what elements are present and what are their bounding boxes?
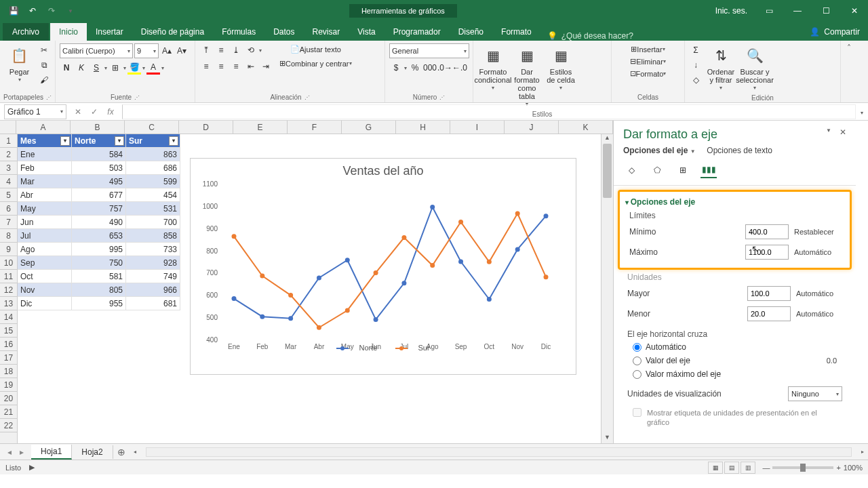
cut-icon[interactable]: ✂ [37,43,51,57]
column-header[interactable]: J [505,121,559,134]
fill-color-icon[interactable]: 🪣 [127,61,141,75]
table-cell[interactable]: Mar [18,175,72,188]
tab-datos[interactable]: Datos [264,23,303,41]
bold-button[interactable]: N [60,61,73,75]
table-cell[interactable]: 928 [126,256,180,270]
table-cell[interactable]: May [18,202,72,216]
fill-line-icon[interactable]: ◇ [623,162,639,178]
view-page-layout-icon[interactable]: ▤ [724,462,739,474]
pane-close-icon[interactable]: ✕ [840,127,846,137]
autosum-icon[interactable]: Σ [689,43,703,57]
table-cell[interactable]: 503 [72,161,126,175]
select-all-corner[interactable] [0,121,16,134]
italic-button[interactable]: K [75,61,88,75]
row-header[interactable]: 6 [0,202,17,216]
column-header[interactable]: G [342,121,396,134]
row-header[interactable]: 16 [0,338,17,351]
table-header-cell[interactable]: Mes▾ [18,134,72,148]
table-cell[interactable]: Dic [18,297,72,310]
table-cell[interactable]: 599 [126,175,180,188]
tell-me-search[interactable]: 💡 ¿Qué desea hacer? [540,31,640,41]
major-input[interactable] [747,286,791,301]
column-header[interactable]: A [16,121,71,134]
row-header[interactable]: 5 [0,188,17,202]
sheet-tab-1[interactable]: Hoja1 [31,445,72,460]
conditional-format-button[interactable]: ▦Formato condicional▾ [477,43,509,93]
fx-icon[interactable]: fx [103,104,118,119]
table-cell[interactable]: 733 [126,243,180,256]
filter-dropdown-icon[interactable]: ▾ [115,136,124,146]
clear-icon[interactable]: ◇ [689,73,703,87]
table-cell[interactable]: 686 [126,161,180,175]
row-header[interactable]: 9 [0,243,17,256]
signin-button[interactable]: Inic. ses. [709,0,754,22]
add-sheet-icon[interactable]: ⊕ [113,447,130,458]
max-input[interactable] [745,245,789,260]
row-header[interactable]: 22 [0,419,17,432]
column-header[interactable]: I [450,121,505,134]
row-header[interactable]: 4 [0,175,17,188]
minor-input[interactable] [747,306,791,321]
axis-options-icon[interactable]: ▮▮▮ [701,162,717,178]
close-icon[interactable]: ✕ [841,0,868,22]
tab-programador[interactable]: Programador [384,23,450,41]
tab-revisar[interactable]: Revisar [304,23,349,41]
zoom-out-icon[interactable]: — [762,464,770,472]
table-cell[interactable]: Nov [18,283,72,297]
dedent-icon[interactable]: ⇤ [244,60,258,73]
table-cell[interactable]: Abr [18,188,72,202]
min-input[interactable] [745,224,789,239]
filter-dropdown-icon[interactable]: ▾ [60,136,70,146]
format-table-button[interactable]: ▦Dar formato como tabla▾ [511,43,542,109]
ribbon-display-icon[interactable]: ▭ [755,0,783,22]
row-header[interactable]: 17 [0,351,17,365]
cross-value-radio[interactable] [633,357,642,365]
effects-icon[interactable]: ⬠ [649,162,665,178]
font-size-select[interactable]: 9▾ [134,43,159,58]
tab-inicio[interactable]: Inicio [50,23,87,41]
font-name-select[interactable]: Calibri (Cuerpo)▾ [60,43,133,58]
table-cell[interactable]: 495 [72,175,126,188]
maximize-icon[interactable]: ☐ [812,0,840,22]
undo-icon[interactable]: ↶ [24,3,41,19]
row-header[interactable]: 12 [0,283,17,297]
zoom-level[interactable]: 100% [844,464,863,472]
scroll-down-icon[interactable]: ▼ [601,434,613,443]
row-header[interactable]: 11 [0,270,17,283]
table-cell[interactable]: 454 [126,188,180,202]
copy-icon[interactable]: ⧉ [37,58,51,72]
view-page-break-icon[interactable]: ▥ [741,462,755,474]
row-header[interactable]: 14 [0,310,17,324]
percent-icon[interactable]: % [408,61,422,75]
format-painter-icon[interactable]: 🖌 [37,73,51,87]
increase-decimal-icon[interactable]: .0→ [438,61,452,75]
wrap-text-button[interactable]: 📄 Ajustar texto [278,43,353,55]
table-cell[interactable]: 955 [72,297,126,310]
comma-icon[interactable]: 000 [423,61,437,75]
paste-button[interactable]: 📋Pegar▾ [4,43,35,85]
cell-styles-button[interactable]: ▦Estilos de celda▾ [545,43,576,93]
row-header[interactable]: 10 [0,256,17,270]
cancel-formula-icon[interactable]: ✕ [71,104,85,119]
table-cell[interactable]: Jun [18,216,72,229]
minimize-icon[interactable]: — [784,0,811,22]
row-header[interactable]: 1 [0,134,17,148]
table-cell[interactable]: Sep [18,256,72,270]
border-icon[interactable]: ⊞ [108,61,122,75]
column-header[interactable]: D [179,121,233,134]
row-header[interactable]: 19 [0,378,17,392]
table-cell[interactable]: Ene [18,148,72,161]
horizontal-scrollbar[interactable]: ◂ ▸ [134,447,864,457]
table-cell[interactable]: 677 [72,188,126,202]
share-button[interactable]: 👤 Compartir [802,23,868,41]
row-header[interactable]: 21 [0,405,17,419]
column-header[interactable]: F [288,121,342,134]
tab-scroll-last-icon[interactable]: ▸ [16,447,27,457]
accept-formula-icon[interactable]: ✓ [87,104,102,119]
row-header[interactable]: 7 [0,216,17,229]
zoom-slider[interactable] [772,466,833,469]
table-cell[interactable]: 858 [126,229,180,243]
column-header[interactable]: B [71,121,125,134]
filter-dropdown-icon[interactable]: ▾ [169,136,178,146]
underline-button[interactable]: S [90,61,103,75]
